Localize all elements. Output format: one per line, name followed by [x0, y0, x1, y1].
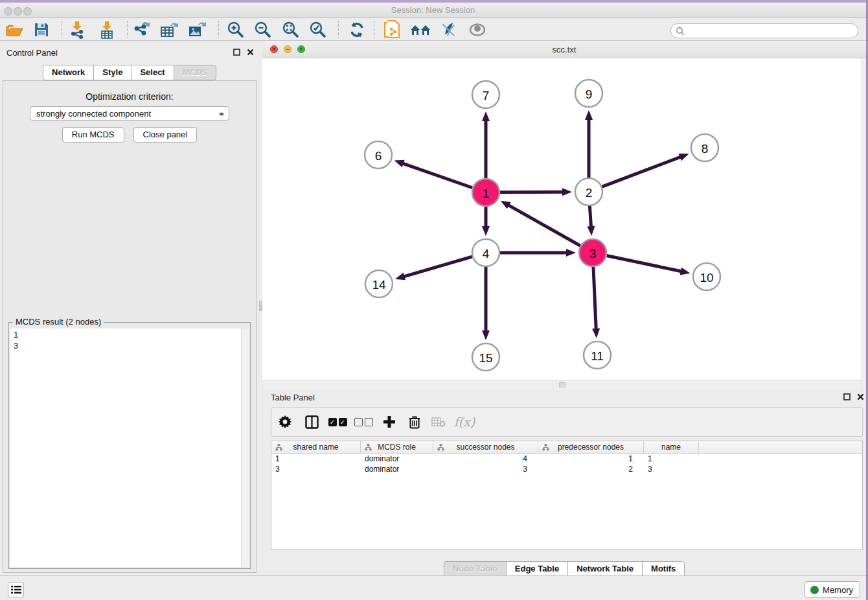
edge-2-3[interactable] [587, 206, 595, 236]
home-button[interactable] [409, 19, 431, 40]
node-8[interactable]: 8 [691, 134, 718, 161]
result-scrollbar[interactable] [241, 329, 249, 567]
cell-successor-nodes[interactable]: 4 [433, 454, 538, 464]
select-all-columns-button[interactable]: ✓ ✓ [325, 412, 350, 432]
cell-mcds-role[interactable]: dominator [361, 464, 433, 474]
column-header-mcds-role[interactable]: MCDS role [361, 441, 433, 453]
close-panel-button[interactable]: Close panel [133, 127, 198, 143]
tab-edge-table[interactable]: Edge Table [506, 561, 568, 577]
memory-button[interactable]: Memory [805, 581, 860, 598]
zoom-selected-button[interactable] [306, 19, 328, 40]
control-panel-close-button[interactable] [245, 47, 255, 57]
zoom-in-button[interactable] [224, 19, 246, 40]
refresh-button[interactable] [346, 19, 368, 40]
column-header-name[interactable]: name [644, 441, 699, 453]
memory-status-icon [810, 586, 819, 594]
node-2[interactable]: 2 [575, 178, 602, 205]
show-columns-button[interactable] [299, 412, 325, 432]
node-9[interactable]: 9 [575, 80, 602, 107]
search-field[interactable] [670, 23, 858, 38]
edge-3-11[interactable] [592, 267, 600, 338]
table-row[interactable]: 3dominator323 [271, 464, 862, 474]
delete-columns-button[interactable] [402, 412, 427, 432]
export-image-button[interactable] [187, 19, 209, 40]
control-panel-float-button[interactable] [231, 47, 242, 57]
edge-3-10[interactable] [607, 256, 691, 275]
edge-3-1[interactable] [501, 201, 580, 246]
zoom-out-button[interactable] [251, 19, 273, 40]
save-session-button[interactable] [30, 19, 52, 40]
float-icon [843, 393, 851, 400]
deselect-all-columns-button[interactable] [350, 412, 376, 432]
checked-box-icon: ✓ [339, 418, 347, 426]
function-builder-button[interactable]: f(x) [450, 412, 479, 432]
node-3[interactable]: 3 [579, 239, 606, 266]
edge-4-15[interactable] [482, 267, 490, 340]
edge-4-3[interactable] [500, 249, 576, 257]
delete-table-button[interactable] [427, 412, 450, 432]
edge-1-7[interactable] [482, 111, 490, 178]
import-network-button[interactable] [66, 19, 88, 40]
tab-node-table[interactable]: Node Table [444, 561, 507, 577]
node-7[interactable]: 7 [472, 81, 499, 108]
cell-mcds-role[interactable]: dominator [361, 454, 433, 464]
export-network-button[interactable] [131, 19, 153, 40]
clone-network-button[interactable] [382, 19, 404, 40]
table-panel-close-button[interactable] [855, 391, 865, 402]
node-11[interactable]: 11 [584, 341, 611, 369]
table-settings-button[interactable] [271, 412, 299, 432]
edge-2-8[interactable] [602, 154, 689, 187]
import-table-button[interactable] [96, 19, 118, 40]
cell-predecessor-nodes[interactable]: 1 [538, 454, 644, 464]
toggle-visibility-button[interactable] [466, 19, 488, 40]
node-15[interactable]: 15 [472, 343, 499, 371]
cell-shared-name[interactable]: 1 [271, 454, 361, 464]
arrowhead-icon [585, 110, 593, 120]
edge-2-9[interactable] [585, 110, 593, 178]
tab-motifs[interactable]: Motifs [642, 561, 685, 577]
open-file-button[interactable] [3, 19, 25, 40]
mcds-result-text[interactable]: 1 3 [10, 329, 241, 567]
run-mcds-button[interactable]: Run MCDS [62, 127, 124, 143]
node-10[interactable]: 10 [693, 263, 720, 290]
cell-predecessor-nodes[interactable]: 2 [538, 464, 644, 474]
node-4[interactable]: 4 [472, 239, 499, 266]
refresh-icon [348, 21, 365, 38]
node-1[interactable]: 1 [472, 179, 499, 206]
import-table-icon [98, 21, 115, 39]
edge-1-6[interactable] [394, 160, 473, 188]
network-graph[interactable]: 7968124314101511 [262, 58, 862, 380]
edge-1-4[interactable] [482, 207, 490, 236]
task-history-button[interactable] [8, 582, 24, 597]
cell-name[interactable]: 1 [644, 454, 699, 464]
hscroll-handle[interactable] [559, 382, 565, 387]
tab-mcds[interactable]: MCDS [174, 65, 216, 80]
column-header-successor-nodes[interactable]: successor nodes [433, 441, 538, 453]
table-tabs: Node TableEdge TableNetwork TableMotifs [262, 561, 866, 577]
tab-select[interactable]: Select [131, 65, 174, 80]
arrowhead-icon [482, 111, 490, 121]
zoom-fit-button[interactable] [279, 19, 301, 40]
node-6[interactable]: 6 [365, 141, 392, 168]
column-header-predecessor-nodes[interactable]: predecessor nodes [538, 441, 644, 453]
create-column-button[interactable] [376, 412, 402, 432]
edge-1-2[interactable] [500, 188, 572, 196]
node-14[interactable]: 14 [365, 270, 393, 297]
table-panel-float-button[interactable] [841, 391, 852, 402]
tab-network-table[interactable]: Network Table [567, 561, 643, 577]
column-header-shared-name[interactable]: shared name [271, 441, 361, 453]
hide-graphics-details-button[interactable] [437, 19, 459, 40]
optimization-criterion-dropdown[interactable]: strongly connected component [30, 106, 229, 121]
export-table-button[interactable] [159, 19, 181, 40]
search-input[interactable] [685, 24, 858, 38]
tab-network[interactable]: Network [43, 65, 94, 80]
tab-style[interactable]: Style [93, 65, 131, 80]
table-row[interactable]: 1dominator411 [271, 454, 862, 464]
cell-shared-name[interactable]: 3 [271, 464, 361, 474]
cell-successor-nodes[interactable]: 3 [433, 464, 538, 474]
edge-4-14[interactable] [395, 257, 472, 280]
node-table: shared nameMCDS rolesuccessor nodesprede… [271, 441, 863, 550]
network-vscrollbar[interactable] [862, 58, 866, 389]
cell-name[interactable]: 3 [644, 464, 699, 474]
network-hscrollbar[interactable] [262, 380, 862, 389]
